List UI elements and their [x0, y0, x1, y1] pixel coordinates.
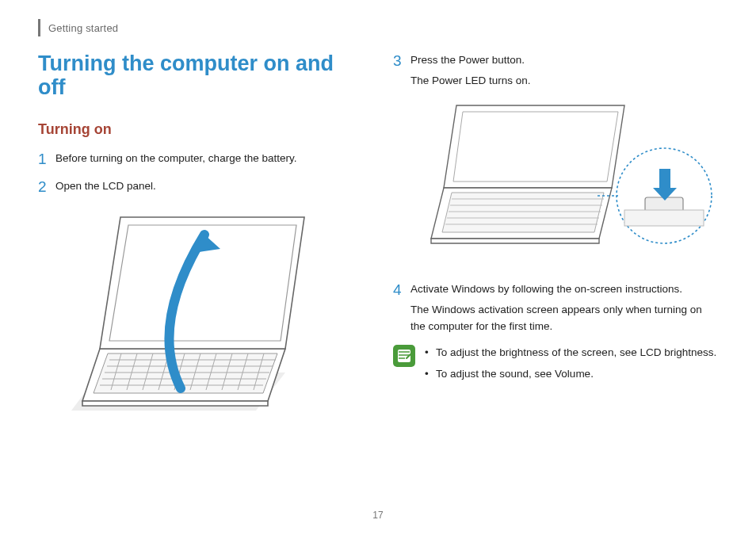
laptop-power-button-illustration — [409, 101, 718, 259]
note-block: To adjust the brightness of the screen, … — [393, 345, 718, 388]
step-text: Press the Power button. — [410, 52, 531, 68]
figure-power-button — [409, 101, 718, 262]
step-body: Activate Windows by following the on-scr… — [410, 281, 718, 335]
step-extra-text: The Windows activation screen appears on… — [410, 302, 718, 335]
section-label: Getting started — [48, 22, 118, 34]
manual-page: Getting started Turning the computer on … — [0, 0, 756, 535]
step-number: 3 — [393, 52, 410, 71]
two-column-layout: Turning the computer on and off Turning … — [38, 52, 718, 423]
step-body: Press the Power button. The Power LED tu… — [410, 52, 531, 90]
note-item: To adjust the brightness of the screen, … — [425, 345, 716, 361]
svg-rect-36 — [659, 169, 670, 188]
note-list: To adjust the brightness of the screen, … — [425, 345, 716, 388]
svg-rect-35 — [624, 210, 704, 226]
step-extra-text: The Power LED turns on. — [410, 73, 531, 90]
laptop-open-lid-illustration — [62, 206, 323, 412]
step-number: 4 — [393, 281, 410, 300]
step-text: Activate Windows by following the on-scr… — [410, 281, 718, 297]
note-icon — [393, 345, 415, 367]
step-text: Before turning on the computer, charge t… — [55, 151, 296, 166]
right-column: 3 Press the Power button. The Power LED … — [393, 52, 718, 423]
step-2: 2 Open the LCD panel. — [38, 178, 361, 197]
sub-heading: Turning on — [38, 121, 361, 138]
step-number: 1 — [38, 151, 55, 169]
step-number: 2 — [38, 178, 55, 197]
page-number: 17 — [0, 510, 756, 521]
svg-marker-31 — [431, 239, 599, 243]
figure-open-lid — [62, 206, 361, 415]
left-column: Turning the computer on and off Turning … — [38, 52, 361, 423]
section-bar — [38, 19, 40, 36]
step-3: 3 Press the Power button. The Power LED … — [393, 52, 718, 90]
step-1: 1 Before turning on the computer, charge… — [38, 151, 361, 169]
step-text: Open the LCD panel. — [55, 178, 156, 194]
note-item: To adjust the sound, see Volume. — [425, 366, 716, 383]
page-title: Turning the computer on and off — [38, 52, 361, 99]
svg-marker-18 — [82, 401, 268, 406]
section-header: Getting started — [38, 17, 718, 38]
svg-marker-23 — [453, 112, 618, 182]
step-4: 4 Activate Windows by following the on-s… — [393, 281, 718, 335]
